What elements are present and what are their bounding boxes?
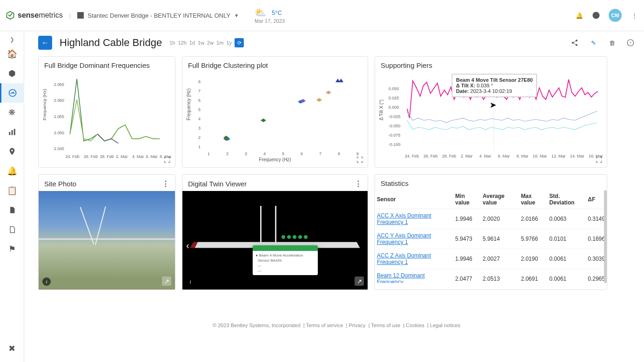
svg-text:3: 3	[245, 151, 247, 156]
svg-text:4: 4	[263, 151, 266, 156]
info-icon[interactable]: i	[42, 277, 51, 286]
svg-text:5: 5	[198, 107, 201, 112]
sensor-link[interactable]: ACC X Axis Dominant Frequency 1	[377, 212, 431, 225]
svg-text:1: 1	[198, 145, 201, 149]
expand-icon[interactable]: ⛶	[596, 156, 603, 164]
card-title: Statistics	[381, 179, 409, 187]
sidebar-item-network[interactable]: ❋	[0, 103, 24, 122]
footer-link[interactable]: Privacy	[349, 323, 365, 328]
col-sensor: Sensor	[375, 190, 453, 209]
svg-text:0.025: 0.025	[389, 96, 399, 100]
svg-text:7: 7	[319, 151, 322, 156]
header-date: Mar 17, 2023	[255, 18, 285, 24]
site-photo-image: i ↗	[39, 191, 175, 290]
bell-icon[interactable]: 🔔	[575, 11, 584, 20]
svg-text:?: ?	[630, 41, 631, 45]
svg-marker-55	[326, 91, 331, 94]
cursor-icon: ➤	[490, 100, 496, 110]
svg-text:2. Mar: 2. Mar	[461, 154, 473, 158]
stats-table: Sensor Min value Average value Max value…	[375, 190, 607, 283]
col-std: Std. Deviation	[548, 190, 586, 209]
svg-marker-54	[316, 98, 322, 102]
sidebar-item-file[interactable]	[0, 220, 24, 239]
edit-icon[interactable]: ✎	[589, 39, 597, 47]
sidebar-item-3d[interactable]: ⬢	[0, 64, 24, 83]
twin-viewer[interactable]: ● Beam 4 Move Acceleration Sensor BA426 …	[182, 191, 368, 290]
sidebar: ❯ 🏠 ⬢ ❋ 🔔 📋 ⚑ ✖	[0, 31, 24, 362]
svg-text:2.065: 2.065	[54, 82, 64, 87]
sidebar-item-flag[interactable]: ⚑	[0, 239, 24, 259]
help-icon[interactable]: ?	[592, 11, 600, 20]
share-icon[interactable]	[570, 39, 579, 47]
svg-text:7: 7	[198, 89, 201, 93]
info-icon[interactable]: i	[186, 277, 195, 286]
sidebar-item-tools[interactable]: ✖	[0, 339, 24, 358]
sidebar-item-alerts[interactable]: 🔔	[0, 161, 24, 181]
delete-icon[interactable]: 🗑	[608, 39, 616, 47]
sensor-link[interactable]: ACC Y Axis Dominant Frequency 1	[377, 232, 431, 245]
project-selector[interactable]: Stantec Denver Bridge - BENTLEY INTERNAL…	[77, 12, 239, 19]
time-range-selector: 1h 12h 1d 1w 2w 1m 1y ⟳	[169, 38, 244, 47]
sidebar-item-clipboard[interactable]: 📋	[0, 181, 24, 200]
svg-point-9	[576, 39, 577, 41]
range-1h[interactable]: 1h	[169, 40, 175, 46]
svg-text:2.050: 2.050	[54, 131, 64, 135]
sidebar-item-document[interactable]	[0, 200, 24, 220]
more-icon[interactable]: ⋮	[355, 179, 362, 188]
page-header: ← Highland Cable Bridge 1h 12h 1d 1w 2w …	[38, 36, 635, 50]
kebab-menu-icon[interactable]: ⋮	[630, 11, 638, 20]
card-title: Full Bridge Clustering plot	[188, 61, 268, 69]
brand-logo[interactable]: sensemetrics	[6, 11, 63, 20]
svg-text:4: 4	[198, 117, 201, 121]
table-row: ACC X Axis Dominant Frequency 11.99462.0…	[375, 209, 607, 229]
back-button[interactable]: ←	[38, 36, 52, 50]
footer-link[interactable]: Terms of use	[371, 323, 400, 328]
svg-text:4. Mar: 4. Mar	[479, 154, 491, 158]
range-1d[interactable]: 1d	[189, 40, 195, 46]
svg-text:Frequency (Hz): Frequency (Hz)	[42, 89, 47, 120]
col-df: ΔF	[586, 190, 607, 209]
open-external-icon[interactable]: ↗	[162, 276, 171, 286]
prev-icon[interactable]: ‹	[186, 240, 189, 251]
open-external-icon[interactable]: ↗	[355, 276, 364, 286]
svg-text:8: 8	[338, 151, 340, 156]
card-title: Digital Twin Viewer	[188, 180, 247, 188]
range-2w[interactable]: 2w	[207, 40, 214, 46]
svg-text:6. Mar: 6. Mar	[498, 154, 510, 158]
stats-scroll[interactable]: Sensor Min value Average value Max value…	[375, 190, 607, 283]
svg-text:?: ?	[595, 14, 597, 18]
sensor-link[interactable]: ACC Z Axis Dominant Frequency 1	[377, 252, 431, 265]
sidebar-item-charts[interactable]	[0, 122, 24, 142]
card-statistics: Statistics Sensor Min value Average valu…	[375, 174, 607, 290]
help-icon[interactable]: ?	[626, 39, 635, 47]
sensor-link[interactable]: Beam 12 Dominant Frequency	[377, 272, 425, 283]
card-title: Site Photo	[44, 180, 76, 188]
range-custom-button[interactable]: ⟳	[235, 38, 244, 47]
svg-point-11	[576, 44, 577, 46]
range-12h[interactable]: 12h	[178, 40, 186, 46]
sidebar-item-home[interactable]: 🏠	[0, 44, 24, 64]
footer-link[interactable]: Terms of service	[306, 323, 343, 328]
svg-text:14. Mar: 14. Mar	[570, 154, 584, 158]
expand-sidebar-icon[interactable]: ❯	[0, 35, 24, 44]
avatar[interactable]: CM	[609, 9, 622, 22]
project-icon	[77, 12, 84, 19]
col-avg: Average value	[481, 190, 519, 209]
range-1m[interactable]: 1m	[216, 40, 223, 46]
svg-text:2.055: 2.055	[54, 114, 64, 119]
svg-text:0.050: 0.050	[389, 86, 399, 91]
range-1y[interactable]: 1y	[226, 40, 232, 46]
svg-text:2: 2	[226, 151, 228, 156]
expand-icon[interactable]: ⛶	[164, 156, 171, 164]
card-digital-twin: Digital Twin Viewer ⋮ ● Beam 4 Move Acce…	[182, 174, 368, 290]
svg-text:6. Mar: 6. Mar	[146, 154, 158, 159]
expand-icon[interactable]: ⛶	[356, 156, 364, 164]
sidebar-item-map[interactable]	[0, 142, 24, 161]
card-title: Full Bridge Dominant Frequencies	[44, 61, 150, 69]
dominant-freq-chart: Frequency (Hz) 2.0652.0602.0552.0502.045…	[42, 74, 171, 162]
sidebar-item-dashboard[interactable]	[0, 83, 24, 103]
more-icon[interactable]: ⋮	[162, 179, 169, 188]
footer-link[interactable]: Cookies	[406, 323, 424, 328]
footer-link[interactable]: Legal notices	[430, 323, 460, 328]
range-1w[interactable]: 1w	[198, 40, 204, 46]
